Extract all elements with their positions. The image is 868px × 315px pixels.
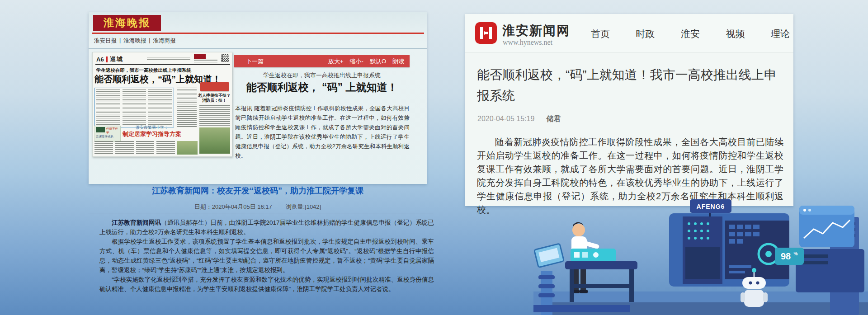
panel-bar (729, 271, 745, 273)
masthead-title: 淮海晚报 (104, 16, 151, 30)
hynews-logo-icon (479, 26, 493, 40)
sub-article-headline: 制定居家学习指导方案 (115, 130, 189, 138)
desk-crossbar (570, 284, 634, 288)
masthead-link-huaihai-evening[interactable]: 淮海晚报 (123, 37, 146, 45)
hynews-site-card: 淮安新闻网 www.hynews.net 首页 时政 淮安 视频 理论 能否顺利… (465, 14, 793, 206)
sub-article-photo (177, 141, 198, 155)
jiangsu-education-news-link[interactable]: 江苏教育新闻网：校友开发“返校码”，助力淮工院开学复课 (89, 185, 427, 196)
hynews-logo[interactable] (475, 22, 497, 44)
link-separator: | (149, 37, 150, 45)
person-head (572, 224, 585, 236)
newsprint-columns (94, 141, 175, 155)
reader-article-body: 本报讯 随着新冠肺炎疫情防控工作取得阶段性成果，全国各大高校目前已陆续开始启动学… (235, 104, 410, 161)
default-size-control[interactable]: 默认O (370, 57, 386, 66)
masthead-link-huaian-daily[interactable]: 淮安日报 (94, 37, 117, 45)
newsprint-column (136, 141, 155, 155)
console-icon (593, 252, 599, 258)
news-date: 2020-04-05 15:19 (477, 115, 534, 122)
nav-item-politics[interactable]: 时政 (636, 28, 655, 40)
print-article-subtitle: 学生返校在即，我市一高校推出线上申报系统 (96, 67, 191, 74)
person-shoe (580, 290, 588, 293)
robot-body (744, 290, 764, 307)
masthead-underline (92, 33, 424, 34)
article-lead-in: 江苏教育新闻网讯 (112, 219, 161, 226)
gauge-center (765, 251, 772, 257)
screen-dot (803, 209, 806, 212)
read-aloud-control[interactable]: 朗读 (392, 57, 404, 66)
reader-article-headline: 能否顺利返校， “码” 上就知道！ (234, 80, 410, 94)
chart-screen-header (799, 206, 854, 215)
percent-unit: % (794, 251, 798, 256)
robot-antenna (752, 268, 756, 273)
article-body: 江苏教育新闻网讯（通讯员郝存生）日前，由淮阴工学院2017届毕业生徐维林捐赠的学… (99, 218, 434, 294)
console-desk (565, 261, 637, 269)
reader-article-subtitle: 学生返校在即，我市一高校推出线上申报系统 (234, 71, 410, 80)
robot-eye (749, 282, 752, 285)
site-header: 淮安新闻网 www.hynews.net 首页 时政 淮安 视频 理论 (465, 14, 793, 52)
nav-item-home[interactable]: 首页 (591, 28, 610, 40)
site-nav: 首页 时政 淮安 视频 理论 (591, 28, 790, 40)
return-code-graphic (200, 82, 229, 91)
text-size-controls: 放大+ 缩小- 默认O 朗读 (328, 57, 404, 66)
blackboard-icon (96, 127, 105, 132)
side-article-headline: 老人摔倒扶不扶？ 消防员：扶！ (198, 93, 231, 103)
page-section-name: 巡城 (110, 55, 123, 63)
reader-toolbar: 下一篇 放大+ 缩小- 默认O 朗读 (234, 55, 410, 67)
newsprint-column (94, 141, 113, 155)
newsprint-column (148, 89, 172, 126)
newspaper-page-a6: A6 巡城 学生返校在即，我市一高校推出线上申报系统 能否顺利返校，“码”上就知… (92, 52, 232, 157)
machine-vent (801, 254, 828, 258)
newsprint-column (96, 89, 120, 126)
page-header-rule (95, 64, 230, 65)
laptop (534, 244, 564, 268)
article-paragraph-2: 根据学校学生返校工作要求，该项系统预置了学生基本信息和返校报到批次，学生按规定自… (99, 237, 434, 275)
desktop-background: { "colors": { "masthead_red": "#9a1522",… (0, 0, 868, 315)
article-blue-box (94, 88, 174, 127)
nav-item-huaian[interactable]: 淮安 (681, 28, 700, 40)
huaihai-evening-news-masthead: 淮海晚报 (93, 15, 161, 31)
masthead-links-row: 淮安日报 | 淮海晚报 | 淮海商报 (94, 37, 176, 45)
newsprint-column (115, 141, 134, 155)
percent-value: 98 (781, 251, 791, 261)
link-separator: | (119, 37, 121, 45)
header-divider (89, 48, 427, 49)
article-date: 日期：2020年04月05日 16:17 (194, 203, 272, 210)
news-meta-row: 2020-04-05 15:19 储君 (477, 114, 561, 124)
newsprint-column (123, 89, 146, 126)
zoom-in-control[interactable]: 放大+ (328, 57, 344, 66)
machine-vent (801, 261, 828, 264)
article-paragraph-1: 江苏教育新闻网讯（通讯员郝存生）日前，由淮阴工学院2017届毕业生徐维林捐赠的学… (99, 218, 434, 237)
newsprint-column (199, 105, 230, 126)
robot-head (742, 277, 766, 289)
article-separator-line (89, 213, 433, 213)
console-icon (582, 252, 588, 258)
news-author: 储君 (547, 115, 561, 122)
flag-label: AFENG6 (697, 203, 725, 210)
newsprint-column (177, 88, 197, 127)
side-article-photo (199, 127, 230, 154)
nav-item-theory[interactable]: 理论 (771, 28, 790, 40)
mini-masthead-lines (194, 60, 217, 63)
page-number: A6 (96, 56, 104, 63)
robot-eye (756, 282, 760, 285)
page-header: A6 巡城 (96, 55, 123, 63)
next-article-link[interactable]: 下一篇 (246, 57, 264, 66)
nav-item-video[interactable]: 视频 (726, 28, 745, 40)
news-headline: 能否顺利返校，“码”上就知道！我市一高校推出线上申报系统 (477, 65, 784, 106)
zoom-out-control[interactable]: 缩小- (350, 57, 363, 66)
panel-bar (729, 265, 751, 268)
console-icon (574, 252, 580, 258)
masthead-link-huaihai-business[interactable]: 淮海商报 (153, 37, 176, 45)
qr-code (221, 54, 229, 62)
page-edition-meta (147, 57, 190, 60)
cabinet-door (685, 247, 720, 279)
page-section-bar (106, 56, 108, 62)
article-meta-row: 日期：2020年04月05日 16:17 浏览量:[1042] (89, 203, 427, 211)
newsprint-column (156, 141, 175, 155)
mini-masthead-thumbnail (194, 54, 206, 59)
site-url: www.hynews.net (503, 38, 552, 47)
article-views: 浏览量:[1042] (285, 203, 321, 210)
screen-dot (808, 209, 811, 212)
robot-arm (741, 292, 745, 302)
tech-lab-illustration: AFENG6 98 % (533, 197, 868, 315)
